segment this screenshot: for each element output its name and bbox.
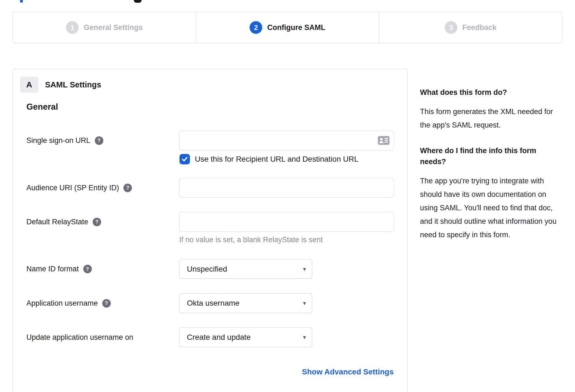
step-number-badge: 2 (250, 21, 262, 34)
sso-url-label-text: Single sign-on URL (26, 136, 90, 145)
help-icon[interactable]: ? (102, 299, 111, 308)
show-advanced-settings-link[interactable]: Show Advanced Settings (302, 368, 394, 376)
wizard-stepper: 1 General Settings 2 Configure SAML 3 Fe… (13, 12, 562, 43)
default-relaystate-label: Default RelayState ? (26, 212, 101, 232)
application-username-select[interactable]: Okta username ▾ (179, 293, 312, 313)
application-username-label: Application username ? (26, 293, 111, 313)
name-id-format-label: Name ID format ? (26, 259, 92, 279)
general-section-heading: General (26, 102, 58, 112)
help-icon[interactable]: ? (83, 265, 92, 273)
panel-title: SAML Settings (45, 77, 101, 93)
recipient-destination-checkbox[interactable] (179, 154, 190, 164)
default-relaystate-input[interactable] (179, 212, 394, 232)
relaystate-hint: If no value is set, a blank RelayState i… (179, 236, 323, 244)
help-heading-2: Where do I find the info this form needs… (420, 145, 564, 167)
step-feedback[interactable]: 3 Feedback (379, 12, 562, 43)
name-id-format-label-text: Name ID format (26, 265, 79, 273)
chevron-down-icon: ▾ (303, 334, 306, 341)
update-app-username-select[interactable]: Create and update ▾ (179, 327, 312, 347)
audience-uri-label: Audience URI (SP Entity ID) ? (26, 178, 132, 198)
sso-url-label: Single sign-on URL ? (26, 131, 103, 150)
saml-settings-panel: A SAML Settings General Single sign-on U… (13, 69, 408, 392)
step-number-badge: 1 (66, 21, 79, 34)
update-app-username-label: Update application username on (26, 327, 133, 347)
default-relaystate-label-text: Default RelayState (26, 218, 88, 226)
checkmark-icon (181, 156, 188, 163)
step-configure-saml[interactable]: 2 Configure SAML (196, 12, 379, 43)
step-general-settings[interactable]: 1 General Settings (13, 12, 196, 43)
recipient-destination-checkbox-label: Use this for Recipient URL and Destinati… (195, 154, 358, 164)
name-id-format-select[interactable]: Unspecified ▾ (179, 259, 312, 279)
update-app-username-value: Create and update (187, 333, 251, 342)
chevron-down-icon: ▾ (303, 266, 306, 272)
help-body-2: The app you're trying to integrate with … (420, 174, 564, 242)
chevron-down-icon: ▾ (303, 300, 306, 307)
help-heading-1: What does this form do? (420, 87, 564, 98)
step-label: Feedback (462, 23, 497, 32)
application-username-label-text: Application username (26, 299, 98, 308)
audience-uri-label-text: Audience URI (SP Entity ID) (26, 184, 119, 192)
help-icon[interactable]: ? (93, 218, 101, 226)
step-label: General Settings (84, 23, 143, 32)
audience-uri-input[interactable] (179, 178, 394, 198)
step-label: Configure SAML (267, 23, 325, 32)
help-body-1: This form generates the XML needed for t… (420, 105, 564, 132)
step-number-badge: 3 (445, 21, 457, 34)
help-icon[interactable]: ? (95, 136, 103, 145)
cutoff-dark-fragment (134, 0, 142, 3)
name-id-format-value: Unspecified (187, 265, 227, 274)
help-icon[interactable]: ? (123, 184, 132, 192)
update-app-username-label-text: Update application username on (26, 333, 133, 342)
help-sidebar: What does this form do? This form genera… (420, 87, 564, 255)
cutoff-blue-fragment (20, 0, 23, 2)
application-username-value: Okta username (187, 299, 239, 308)
sso-url-input[interactable] (179, 131, 394, 150)
section-a-badge: A (20, 77, 38, 93)
